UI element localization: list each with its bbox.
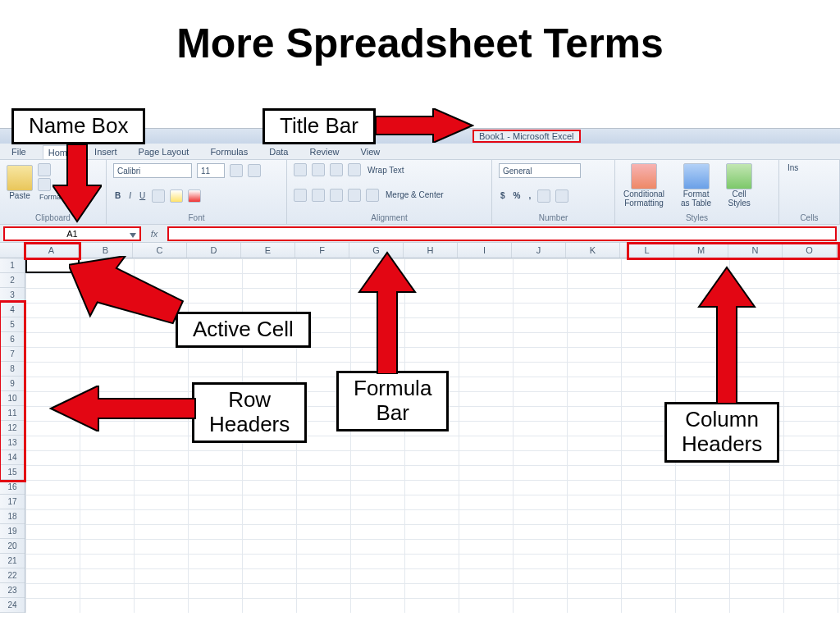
row-header-23[interactable]: 23 xyxy=(0,583,25,598)
tab-data[interactable]: Data xyxy=(264,145,293,159)
ribbon-tabs: File Home Insert Page Layout Formulas Da… xyxy=(0,144,840,159)
tab-home[interactable]: Home xyxy=(43,145,78,159)
bold-button[interactable]: B xyxy=(113,191,122,200)
column-header-K[interactable]: K xyxy=(566,243,620,258)
number-format-select[interactable]: General xyxy=(499,163,581,178)
slide-title: More Spreadsheet Terms xyxy=(0,20,840,67)
column-header-B[interactable]: B xyxy=(79,243,133,258)
wrap-text-button[interactable]: Wrap Text xyxy=(366,166,406,175)
decrease-font-icon[interactable] xyxy=(248,164,261,177)
conditional-formatting-icon[interactable] xyxy=(631,163,657,189)
column-header-G[interactable]: G xyxy=(349,243,404,258)
column-header-C[interactable]: C xyxy=(133,243,187,258)
row-header-19[interactable]: 19 xyxy=(0,524,25,539)
format-painter-label[interactable]: Format Painter xyxy=(38,193,90,201)
increase-font-icon[interactable] xyxy=(230,164,243,177)
format-as-table-icon[interactable] xyxy=(683,163,710,189)
align-center-icon[interactable] xyxy=(312,189,325,202)
orientation-icon[interactable] xyxy=(348,163,361,176)
fx-icon[interactable]: fx xyxy=(146,229,162,239)
group-label-cells: Cells xyxy=(786,213,833,222)
group-label-font: Font xyxy=(113,213,280,222)
select-all-corner[interactable] xyxy=(0,243,25,258)
align-bottom-icon[interactable] xyxy=(330,163,343,176)
ribbon: Paste Format Painter Clipboard Calibri 1… xyxy=(0,159,840,225)
align-right-icon[interactable] xyxy=(330,189,343,202)
column-header-J[interactable]: J xyxy=(512,243,566,258)
merge-center-button[interactable]: Merge & Center xyxy=(384,190,445,199)
name-box-value: A1 xyxy=(66,229,77,239)
align-middle-icon[interactable] xyxy=(312,163,325,176)
comma-icon[interactable]: , xyxy=(527,191,532,200)
align-left-icon[interactable] xyxy=(294,189,307,202)
row-header-1[interactable]: 1 xyxy=(0,258,25,273)
group-label-alignment: Alignment xyxy=(294,213,485,222)
row-header-20[interactable]: 20 xyxy=(0,539,25,554)
callout-row-headers: Row Headers xyxy=(192,382,307,443)
column-header-D[interactable]: D xyxy=(187,243,241,258)
tab-page-layout[interactable]: Page Layout xyxy=(134,145,194,159)
row-header-22[interactable]: 22 xyxy=(0,568,25,583)
ribbon-group-clipboard: Paste Format Painter Clipboard xyxy=(0,160,107,224)
callout-name-box: Name Box xyxy=(11,108,145,144)
currency-icon[interactable]: $ xyxy=(499,191,507,200)
formula-row: A1 fx xyxy=(0,225,840,243)
active-cell[interactable] xyxy=(25,258,80,273)
cut-icon[interactable] xyxy=(38,163,51,176)
align-top-icon[interactable] xyxy=(294,163,307,176)
font-size-select[interactable]: 11 xyxy=(197,163,225,178)
tab-formulas[interactable]: Formulas xyxy=(205,145,253,159)
format-as-table-label: Format as Table xyxy=(679,189,713,208)
group-label-styles: Styles xyxy=(622,213,772,222)
increase-decimal-icon[interactable] xyxy=(537,189,550,203)
ribbon-group-number: General $ % , Number xyxy=(492,160,615,224)
column-header-E[interactable]: E xyxy=(241,243,295,258)
ribbon-group-font: Calibri 11 B I U Font xyxy=(107,160,287,224)
indent-decrease-icon[interactable] xyxy=(348,189,361,202)
column-header-H[interactable]: H xyxy=(404,243,458,258)
italic-button[interactable]: I xyxy=(127,191,133,200)
borders-icon[interactable] xyxy=(152,189,165,203)
ribbon-group-cells: Ins Cells xyxy=(779,160,840,224)
group-label-number: Number xyxy=(499,213,608,222)
underline-button[interactable]: U xyxy=(138,191,147,200)
paste-icon[interactable] xyxy=(7,165,33,191)
cell-styles-label: Cell Styles xyxy=(727,189,752,208)
callout-column-headers: Column Headers xyxy=(664,402,779,463)
highlight-column-headers xyxy=(627,242,840,260)
ribbon-group-styles: Conditional Formatting Format as Table C… xyxy=(615,160,779,224)
percent-icon[interactable]: % xyxy=(512,191,523,200)
row-header-21[interactable]: 21 xyxy=(0,554,25,568)
indent-increase-icon[interactable] xyxy=(366,189,379,202)
tab-file[interactable]: File xyxy=(7,145,31,159)
column-header-F[interactable]: F xyxy=(295,243,349,258)
group-label-clipboard: Clipboard xyxy=(7,213,99,222)
callout-active-cell: Active Cell xyxy=(176,312,311,348)
row-header-24[interactable]: 24 xyxy=(0,598,25,613)
tab-view[interactable]: View xyxy=(356,145,386,159)
conditional-formatting-label: Conditional Formatting xyxy=(622,189,666,208)
callout-formula-bar: Formula Bar xyxy=(336,371,449,431)
formula-bar[interactable] xyxy=(167,226,837,241)
highlight-row-headers xyxy=(0,300,26,482)
row-header-17[interactable]: 17 xyxy=(0,495,25,509)
decrease-decimal-icon[interactable] xyxy=(555,189,568,203)
copy-icon[interactable] xyxy=(38,178,51,191)
tab-insert[interactable]: Insert xyxy=(89,145,122,159)
font-color-icon[interactable] xyxy=(188,189,201,203)
cell-styles-icon[interactable] xyxy=(726,163,752,189)
row-header-2[interactable]: 2 xyxy=(0,273,25,288)
paste-label: Paste xyxy=(7,191,32,200)
highlight-active-cell xyxy=(24,242,81,260)
column-header-I[interactable]: I xyxy=(458,243,512,258)
name-box[interactable]: A1 xyxy=(3,226,141,241)
callout-title-bar: Title Bar xyxy=(262,108,376,144)
ribbon-group-alignment: Wrap Text Merge & Center Alignment xyxy=(287,160,492,224)
fill-color-icon[interactable] xyxy=(170,189,183,203)
insert-cells-label[interactable]: Ins xyxy=(786,163,800,172)
tab-review[interactable]: Review xyxy=(304,145,344,159)
row-header-18[interactable]: 18 xyxy=(0,509,25,524)
title-bar-text: Book1 - Microsoft Excel xyxy=(472,130,581,143)
font-name-select[interactable]: Calibri xyxy=(113,163,192,178)
